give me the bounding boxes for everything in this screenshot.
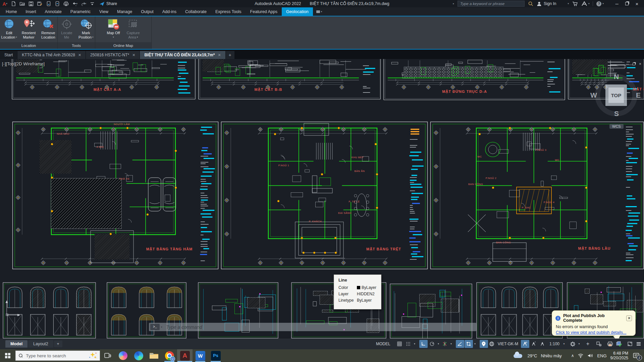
edit-location-button[interactable]: Edit Location▾ bbox=[0, 17, 18, 39]
object-snap-tracking-icon[interactable] bbox=[456, 340, 464, 348]
word-app-button[interactable]: W bbox=[193, 349, 208, 362]
grid-display-icon[interactable] bbox=[395, 340, 404, 348]
app-store-cart-icon[interactable] bbox=[572, 1, 578, 6]
clean-screen-icon[interactable] bbox=[626, 340, 634, 348]
copilot-app-button[interactable] bbox=[115, 349, 131, 362]
cube-west[interactable]: W bbox=[590, 91, 597, 99]
help-search-input[interactable] bbox=[460, 1, 523, 6]
drawing-canvas[interactable]: MẶT CẮT A-AMẶT CẮT B-BMẶT ĐỨNG TRỤC D-AM… bbox=[0, 59, 644, 339]
task-view-button[interactable] bbox=[100, 349, 115, 362]
doc-minimize-icon[interactable]: ─ bbox=[626, 62, 629, 66]
reorient-marker-button[interactable]: Reorient Marker bbox=[19, 17, 38, 39]
polar-settings-icon[interactable]: ▾ bbox=[437, 343, 440, 345]
ortho-mode-icon[interactable] bbox=[419, 340, 428, 348]
redo-icon[interactable]: ▾ bbox=[80, 1, 86, 6]
cube-south[interactable]: S bbox=[614, 110, 619, 118]
edge-app-button[interactable] bbox=[131, 349, 146, 362]
customization-menu-icon[interactable] bbox=[634, 340, 643, 348]
taskbar-clock[interactable]: 6:48 PM 9/20/2025 bbox=[610, 351, 628, 360]
new-layout-button[interactable]: + bbox=[54, 341, 62, 347]
isodraft-settings-icon[interactable]: ▾ bbox=[449, 343, 453, 345]
capture-area-button[interactable]: Capture Area▾ bbox=[124, 17, 143, 39]
tab-featured-apps[interactable]: Featured Apps bbox=[246, 7, 282, 16]
autocad-logo-icon[interactable]: A▾ bbox=[2, 1, 8, 6]
isodraft-icon[interactable] bbox=[441, 340, 449, 348]
panel-label-location[interactable]: Location bbox=[0, 42, 57, 49]
taskbar-search-input[interactable] bbox=[25, 353, 86, 359]
graphics-performance-icon[interactable] bbox=[614, 340, 623, 348]
annotation-scale-value[interactable]: 1:100 bbox=[547, 342, 562, 346]
isolate-objects-icon[interactable] bbox=[595, 340, 603, 348]
command-history-icon[interactable]: ▾ bbox=[161, 326, 162, 328]
tab-collaborate[interactable]: Collaborate bbox=[181, 7, 211, 16]
file-explorer-button[interactable] bbox=[146, 349, 162, 362]
panel-label-tools[interactable]: Tools bbox=[58, 42, 95, 49]
autocad-app-button[interactable]: A bbox=[177, 349, 193, 362]
tab-manage[interactable]: Manage bbox=[113, 7, 137, 16]
command-prompt-icon[interactable]: >_ bbox=[150, 324, 160, 330]
save-icon[interactable] bbox=[28, 1, 34, 6]
snap-settings-icon[interactable]: ▾ bbox=[413, 343, 417, 345]
annotation-style-label[interactable]: VIET-GK-M bbox=[495, 342, 521, 346]
mark-position-button[interactable]: Mark Position▾ bbox=[77, 17, 95, 39]
cube-north[interactable]: N bbox=[614, 73, 619, 81]
open-from-mobile-icon[interactable] bbox=[46, 1, 51, 6]
crosshair-plus-icon[interactable]: + bbox=[584, 340, 592, 348]
tab-model[interactable]: Model bbox=[5, 340, 28, 348]
weather-desc[interactable]: Nhiều mây bbox=[541, 353, 562, 358]
tab-home[interactable]: Home bbox=[1, 7, 21, 16]
remove-location-button[interactable]: Remove Location bbox=[39, 17, 57, 39]
file-tab-1[interactable]: KTTC-Nhà a Thế Anh 250828✕ bbox=[17, 51, 86, 59]
weather-temp[interactable]: 29°C bbox=[527, 353, 537, 358]
chrome-app-button[interactable]: Q bbox=[162, 349, 177, 362]
start-button[interactable] bbox=[0, 349, 15, 362]
polar-tracking-icon[interactable] bbox=[428, 340, 436, 348]
search-icon[interactable] bbox=[528, 1, 533, 6]
search-expand-icon[interactable]: ▸ bbox=[453, 2, 454, 5]
plot-status-icon[interactable] bbox=[606, 340, 614, 348]
open-file-icon[interactable] bbox=[19, 1, 25, 6]
restore-button[interactable] bbox=[622, 0, 632, 7]
annotation-scale-icon[interactable] bbox=[538, 340, 547, 348]
wifi-icon[interactable] bbox=[578, 353, 584, 358]
help-search-box[interactable] bbox=[458, 1, 525, 7]
scale-list-icon[interactable]: ▾ bbox=[562, 343, 566, 345]
new-file-icon[interactable] bbox=[11, 1, 16, 6]
help-menu[interactable]: ?▾ bbox=[596, 1, 604, 6]
tab-insert[interactable]: Insert bbox=[21, 7, 40, 16]
hidden-icons-chevron[interactable]: ∧ bbox=[571, 353, 574, 358]
weather-icon[interactable] bbox=[514, 352, 524, 360]
command-line[interactable]: >_ ▾ bbox=[149, 323, 476, 331]
share-button[interactable]: Share bbox=[99, 1, 117, 6]
map-off-button[interactable]: Map Off ▾ bbox=[104, 17, 123, 39]
file-tab-2[interactable]: 250816 HSTKTC-NT*✕ bbox=[86, 51, 140, 59]
cube-east[interactable]: E bbox=[636, 91, 641, 99]
save-to-mobile-icon[interactable] bbox=[54, 1, 60, 6]
doc-restore-icon[interactable] bbox=[633, 63, 635, 65]
language-indicator[interactable]: ENG bbox=[597, 353, 606, 358]
osnap-settings-icon[interactable]: ▾ bbox=[473, 343, 477, 345]
tab-view[interactable]: View bbox=[95, 7, 113, 16]
doc-close-icon[interactable]: × bbox=[639, 62, 641, 66]
object-snap-icon[interactable] bbox=[465, 340, 473, 348]
model-space-button[interactable]: MODEL bbox=[374, 342, 393, 346]
panel-label-online-map[interactable]: Online Map bbox=[95, 42, 151, 49]
workspace-menu-icon[interactable]: ▾ bbox=[577, 343, 581, 345]
annotation-autoscale-icon[interactable] bbox=[530, 340, 538, 348]
tab-geolocation[interactable]: Geolocation bbox=[282, 7, 313, 16]
plot-icon[interactable] bbox=[63, 1, 69, 6]
tab-add-ins[interactable]: Add-ins bbox=[158, 7, 181, 16]
close-tab-icon[interactable]: ✕ bbox=[218, 53, 221, 57]
tab-annotate[interactable]: Annotate bbox=[41, 7, 66, 16]
close-button[interactable]: × bbox=[632, 0, 642, 7]
file-tab-start[interactable]: Start bbox=[0, 51, 17, 59]
tab-layout2[interactable]: Layout2 bbox=[28, 340, 53, 348]
locate-me-button[interactable]: Locate Me bbox=[58, 17, 76, 39]
annotation-visibility-icon[interactable] bbox=[521, 340, 529, 348]
wcs-badge[interactable]: WCS bbox=[609, 124, 624, 129]
cube-top-face[interactable]: TOP bbox=[605, 84, 627, 106]
tab-parametric[interactable]: Parametric bbox=[66, 7, 95, 16]
ribbon-display-toggle[interactable]: ▾ bbox=[316, 7, 322, 16]
annotation-style-globe-icon[interactable] bbox=[488, 340, 495, 348]
customize-qat-icon[interactable] bbox=[89, 1, 95, 6]
